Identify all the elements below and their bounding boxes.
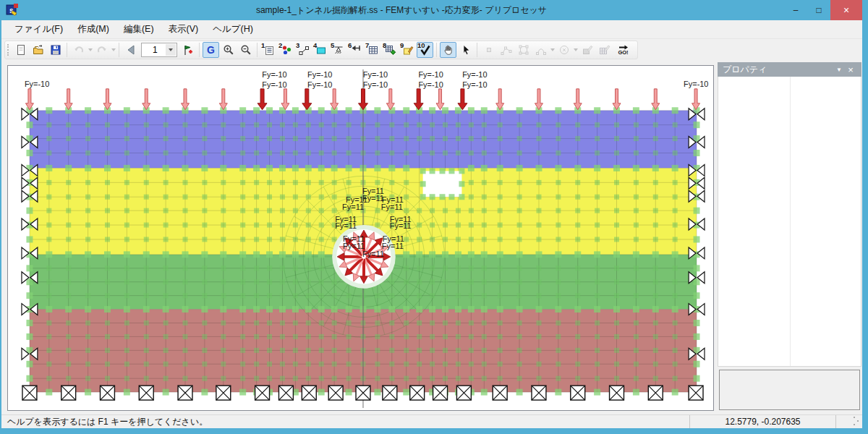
step1-node-list-button[interactable]: 1 [260, 42, 277, 58]
chevron-down-icon[interactable]: ▼ [833, 67, 845, 73]
toolbar-separator [119, 43, 119, 57]
chevron-down-icon [550, 48, 555, 51]
toolbar-step-number: 9 [400, 41, 404, 49]
new-file-button[interactable] [12, 42, 29, 58]
fill-rect-icon [582, 44, 593, 56]
step8-mesh-attr-button[interactable]: 8 [382, 42, 399, 58]
step7-mesh-button[interactable]: 7 [365, 42, 381, 58]
save-button[interactable] [47, 42, 64, 58]
zoom-out-icon [240, 44, 252, 56]
titlebar[interactable]: s sample-1_トンネル掘削解析.ss - FEMすいすい -応力変形- … [1, 0, 862, 20]
step9-memo-button[interactable]: 9 [399, 42, 416, 58]
properties-column-divider [790, 77, 791, 366]
load-value-label: Fy=-10 [418, 70, 443, 79]
toolbar-separator [257, 43, 258, 57]
stage-select[interactable]: 1 [141, 43, 177, 57]
close-button[interactable]: × [830, 0, 862, 20]
menu-file[interactable]: ファイル(F) [7, 22, 70, 38]
menu-view[interactable]: 表示(V) [161, 22, 206, 38]
arc-icon [535, 44, 547, 56]
load-value-label: Fy=-10 [307, 70, 332, 79]
folder-icon [33, 44, 44, 56]
chevron-down-icon [574, 48, 578, 51]
open-file-button[interactable] [30, 42, 46, 58]
zoom-in-icon [223, 44, 234, 56]
zoom-in-button[interactable] [220, 42, 237, 58]
step5-support-button[interactable]: 5 [330, 42, 346, 58]
load-value-label: Fy=11 [381, 203, 403, 211]
close-icon[interactable]: × [845, 64, 856, 75]
menu-edit[interactable]: 編集(E) [116, 22, 161, 38]
step4-region-button[interactable]: 4 [312, 42, 329, 58]
step10-check-button[interactable]: 10 [417, 42, 433, 58]
load-value-label: Fy=-10 [363, 70, 388, 79]
load-value-label: Fy=-10 [262, 70, 286, 79]
load-value-label: Fy=-10 [262, 80, 286, 89]
maximize-button[interactable]: □ [807, 0, 830, 20]
toolbar-step-number: 3 [296, 41, 299, 49]
arc-tool-button [532, 42, 549, 58]
load-value-label: Fy=-10 [307, 80, 332, 89]
hand-icon [443, 44, 454, 56]
tri-left-icon [125, 44, 137, 56]
polyline-icon [501, 44, 512, 56]
go-button[interactable]: GO! [613, 42, 633, 58]
toolbar-grip[interactable] [7, 44, 9, 56]
prev-stage-button[interactable] [122, 42, 139, 58]
status-coordinates: 12.5779, -0.207635 [690, 415, 836, 428]
grid-pencil-icon [599, 44, 610, 56]
step3-line-button[interactable]: 3 [295, 42, 312, 58]
load-value-label: Fy=-10 [684, 80, 708, 88]
toolbar-step-number: 6 [348, 41, 352, 49]
circle-tool-button [556, 42, 572, 58]
properties-panel: プロパティ ▼ × [718, 62, 861, 414]
drawing-canvas[interactable]: Fy=-10Fy=-10Fy=-10Fy=-10Fy=-10Fy=-10Fy=-… [7, 65, 714, 411]
point-icon [483, 44, 495, 56]
window-title: sample-1_トンネル掘削解析.ss - FEMすいすい -応力変形- プリ… [19, 4, 784, 17]
toolbar-separator [436, 43, 437, 57]
go-button-label: GO! [618, 50, 628, 56]
select-tool-button[interactable] [457, 42, 474, 58]
load-value-label: Fy=11 [362, 250, 384, 258]
properties-panel-header[interactable]: プロパティ ▼ × [718, 62, 861, 77]
load-value-label: Fy=-10 [462, 70, 487, 79]
load-value-label: Fy=11 [382, 242, 404, 250]
app-icon: s [6, 4, 19, 17]
circle-x-icon [558, 44, 570, 56]
properties-panel-body [718, 77, 861, 367]
resize-grip[interactable] [852, 415, 862, 428]
main-area: Fy=-10Fy=-10Fy=-10Fy=-10Fy=-10Fy=-10Fy=-… [1, 61, 862, 414]
toolbar-step-number: 7 [365, 41, 369, 49]
add-stage-button[interactable] [179, 42, 196, 58]
menu-create[interactable]: 作成(M) [70, 22, 116, 38]
toolbar-step-number: 10 [417, 41, 425, 49]
polygon-icon [518, 44, 529, 56]
flag-icon [182, 44, 194, 56]
minimize-button[interactable]: – [784, 0, 807, 20]
polygon-tool-button [515, 42, 532, 58]
menu-help[interactable]: ヘルプ(H) [205, 22, 260, 38]
load-value-label: Fy=11 [342, 203, 364, 211]
load-value-label: Fy=-10 [363, 80, 388, 89]
redo-icon [96, 44, 108, 56]
toolbar-step-number: 2 [278, 41, 282, 49]
zoom-out-button[interactable] [237, 42, 254, 58]
load-value-label: Fy=11 [335, 221, 357, 230]
point-tool-button [480, 42, 497, 58]
polyline-tool-button [498, 42, 514, 58]
mesh-edit-button [596, 42, 613, 58]
load-value-label: Fy=-10 [25, 80, 49, 88]
grid-toggle-label: G [207, 45, 215, 55]
load-value-label: Fy=11 [390, 221, 412, 230]
grid-toggle-button[interactable]: G [203, 42, 219, 58]
step6-load-button[interactable]: 6 [347, 42, 364, 58]
window-bottom-border [1, 428, 862, 434]
properties-description-box [719, 370, 860, 410]
step2-material-button[interactable]: 2 [278, 42, 294, 58]
chevron-down-icon[interactable] [166, 44, 176, 56]
load-value-label: Fy=11 [343, 242, 365, 250]
undo-button [70, 42, 87, 58]
properties-panel-title: プロパティ [723, 64, 833, 76]
stage-select-value: 1 [153, 45, 158, 55]
pan-tool-button[interactable] [440, 42, 456, 58]
